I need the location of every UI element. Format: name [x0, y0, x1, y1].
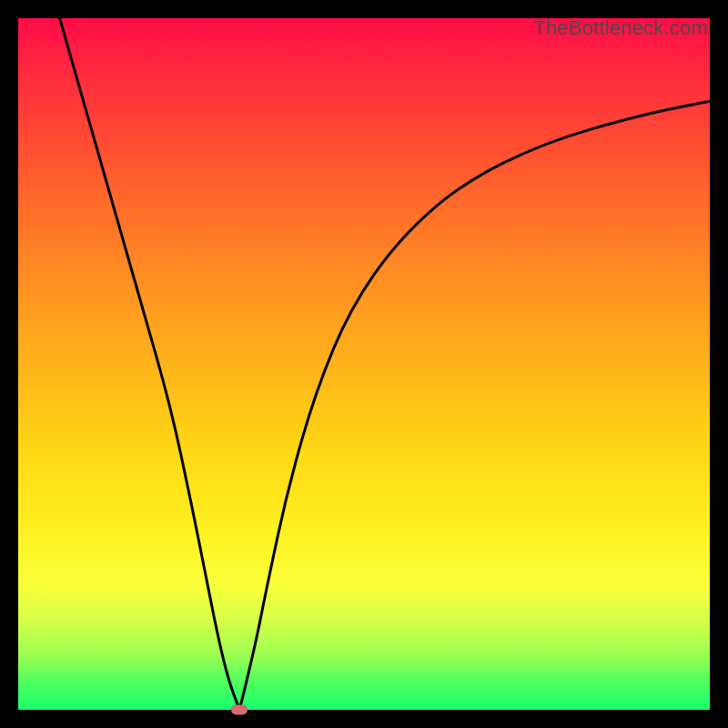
chart-frame: TheBottleneck.com [18, 18, 710, 710]
minimum-marker [231, 705, 248, 715]
watermark-text: TheBottleneck.com [533, 16, 708, 40]
gradient-background [18, 18, 710, 710]
